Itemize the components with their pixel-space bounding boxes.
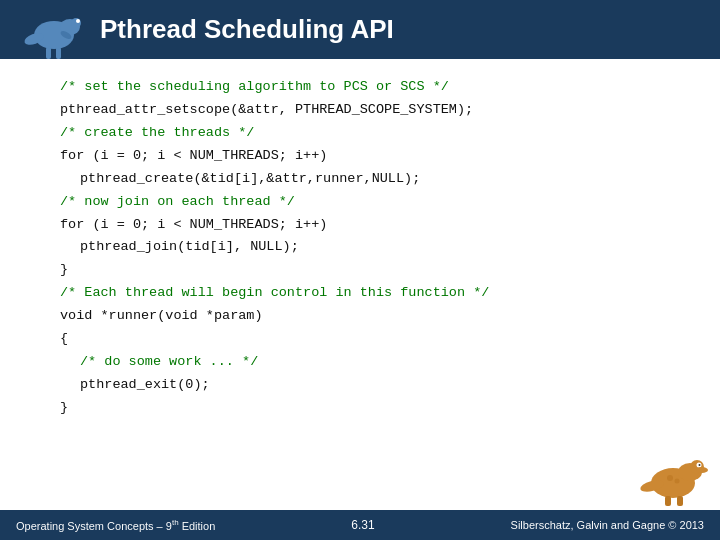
svg-rect-5 [56, 47, 61, 59]
code-text: for (i = 0; i < NUM_THREADS; i++) [60, 217, 327, 232]
svg-rect-15 [677, 496, 683, 506]
code-line-10: /* Each thread will begin control in thi… [60, 283, 660, 304]
code-text: } [60, 400, 68, 415]
svg-rect-14 [665, 496, 671, 506]
code-text: { [60, 331, 68, 346]
slide: Pthread Scheduling API /* set the schedu… [0, 0, 720, 540]
footer-left-text: Operating System Concepts – 9th Edition [16, 518, 215, 532]
code-text: /* now join on each thread */ [60, 194, 295, 209]
code-line-11: void *runner(void *param) [60, 306, 660, 327]
svg-point-18 [675, 479, 680, 484]
code-line-8: pthread_join(tid[i], NULL); [60, 237, 660, 258]
code-line-3: /* create the threads */ [60, 123, 660, 144]
code-text: /* create the threads */ [60, 125, 254, 140]
footer-dino-icon [635, 448, 710, 512]
code-text: /* do some work ... */ [80, 354, 258, 369]
svg-point-2 [71, 18, 81, 28]
code-text: } [60, 262, 68, 277]
code-line-1: /* set the scheduling algorithm to PCS o… [60, 77, 660, 98]
slide-title: Pthread Scheduling API [100, 14, 394, 45]
svg-point-12 [699, 464, 701, 466]
code-line-14: pthread_exit(0); [60, 375, 660, 396]
code-content: /* set the scheduling algorithm to PCS o… [0, 59, 720, 510]
code-line-6: /* now join on each thread */ [60, 192, 660, 213]
code-text: /* Each thread will begin control in thi… [60, 285, 489, 300]
svg-rect-4 [46, 47, 51, 59]
svg-point-17 [667, 475, 673, 481]
header-dino-icon [18, 5, 90, 67]
code-line-4: for (i = 0; i < NUM_THREADS; i++) [60, 146, 660, 167]
svg-point-3 [76, 19, 80, 23]
code-text: /* set the scheduling algorithm to PCS o… [60, 79, 449, 94]
code-line-12: { [60, 329, 660, 350]
code-line-5: pthread_create(&tid[i],&attr,runner,NULL… [60, 169, 660, 190]
code-line-15: } [60, 398, 660, 419]
code-line-7: for (i = 0; i < NUM_THREADS; i++) [60, 215, 660, 236]
code-text: pthread_attr_setscope(&attr, PTHREAD_SCO… [60, 102, 473, 117]
svg-point-13 [696, 467, 708, 473]
code-text: void *runner(void *param) [60, 308, 263, 323]
header: Pthread Scheduling API [0, 0, 720, 59]
code-line-9: } [60, 260, 660, 281]
code-text: pthread_exit(0); [80, 377, 210, 392]
code-text: for (i = 0; i < NUM_THREADS; i++) [60, 148, 327, 163]
footer: Operating System Concepts – 9th Edition … [0, 510, 720, 540]
code-line-13: /* do some work ... */ [60, 352, 660, 373]
footer-right-text: Silberschatz, Galvin and Gagne © 2013 [511, 519, 704, 531]
code-text: pthread_create(&tid[i],&attr,runner,NULL… [80, 171, 420, 186]
footer-page-number: 6.31 [351, 518, 374, 532]
code-text: pthread_join(tid[i], NULL); [80, 239, 299, 254]
code-line-2: pthread_attr_setscope(&attr, PTHREAD_SCO… [60, 100, 660, 121]
